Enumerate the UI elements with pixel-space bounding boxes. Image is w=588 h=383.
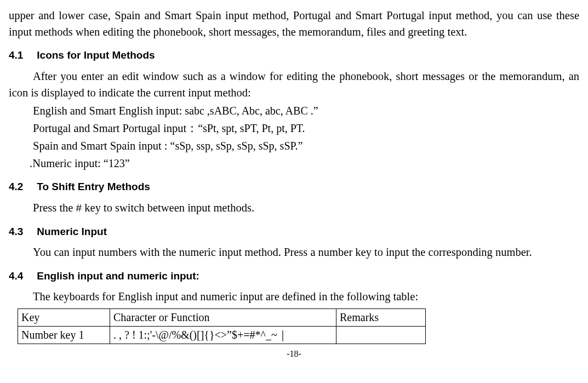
- line-items: “sPt, spt, sPT, Pt, pt, PT.: [198, 122, 305, 134]
- page-number: -18-: [9, 347, 579, 360]
- section-4-2-paragraph: Press the # key to switch between input …: [9, 200, 579, 216]
- line-items: sabc ,sABC, Abc, abc, ABC .”: [185, 105, 318, 117]
- heading-number: 4.1: [9, 48, 34, 63]
- line-prefix: English and Smart English input:: [33, 105, 185, 117]
- table-cell: . , ? ! 1:;'-\@/%&()[]{}<>”$+=#*^_~｜: [110, 327, 336, 344]
- table-cell: [336, 327, 426, 344]
- table-cell: Number key 1: [18, 327, 110, 344]
- key-table: Key Character or Function Remarks Number…: [18, 308, 426, 344]
- section-4-4-paragraph: The keyboards for English input and nume…: [9, 289, 579, 305]
- text-post: key to switch between input methods.: [82, 202, 254, 214]
- heading-4-1: 4.1 Icons for Input Methods: [9, 48, 579, 63]
- heading-title: To Shift Entry Methods: [37, 181, 150, 192]
- table-row: Number key 1 . , ? ! 1:;'-\@/%&()[]{}<>”…: [18, 327, 426, 344]
- heading-4-3: 4.3 Numeric Input: [9, 224, 579, 239]
- input-line-spain: Spain and Smart Spain input : “sSp, ssp,…: [9, 138, 579, 155]
- line-items: “sSp, ssp, sSp, sSp, sSp, sSP.”: [170, 140, 303, 152]
- table-header-cell: Character or Function: [110, 309, 336, 327]
- section-4-1-paragraph: After you enter an edit window such as a…: [9, 68, 579, 101]
- text-pre: Press the: [33, 202, 76, 214]
- input-line-portugal: Portugal and Smart Portugal input：“sPt, …: [9, 121, 579, 137]
- input-line-english: English and Smart English input: sabc ,s…: [9, 103, 579, 119]
- input-line-numeric: .Numeric input: “123”: [9, 156, 579, 172]
- heading-4-4: 4.4 English input and numeric input:: [9, 268, 579, 284]
- table-header-cell: Remarks: [336, 309, 426, 327]
- intro-paragraph: upper and lower case, Spain and Smart Sp…: [9, 8, 579, 40]
- section-4-3-paragraph: You can input numbers with the numeric i…: [9, 244, 579, 261]
- heading-title: Icons for Input Methods: [37, 49, 155, 61]
- heading-number: 4.4: [9, 268, 34, 284]
- hash-key-char: #: [76, 202, 82, 214]
- heading-number: 4.2: [9, 179, 34, 195]
- heading-title: Numeric Input: [37, 226, 107, 237]
- heading-4-2: 4.2 To Shift Entry Methods: [9, 179, 579, 195]
- line-prefix: .Numeric input:: [30, 157, 104, 169]
- line-items: “123”: [104, 157, 130, 169]
- line-prefix: Portugal and Smart Portugal input：: [33, 122, 198, 134]
- table-row: Key Character or Function Remarks: [18, 309, 426, 327]
- table-header-cell: Key: [18, 309, 110, 327]
- heading-number: 4.3: [9, 224, 34, 239]
- heading-title: English input and numeric input:: [37, 270, 199, 282]
- line-prefix: Spain and Smart Spain input :: [33, 140, 170, 152]
